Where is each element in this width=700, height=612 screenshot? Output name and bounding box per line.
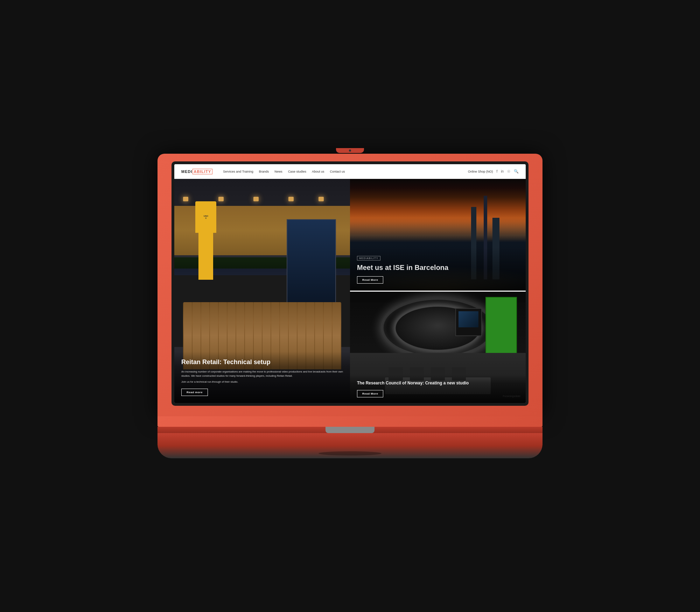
facebook-icon[interactable]: f — [496, 169, 497, 173]
laptop-frame: MEDIABILITY Services and Training Brands… — [158, 154, 542, 458]
gs-pump-head: UNOX — [195, 201, 216, 233]
gs-light-1 — [183, 197, 188, 201]
site-header: MEDIABILITY Services and Training Brands… — [174, 164, 526, 179]
logo[interactable]: MEDIABILITY — [181, 169, 212, 174]
studio-monitor — [455, 308, 482, 336]
nav-about[interactable]: About us — [312, 170, 324, 173]
instagram-icon[interactable]: ☉ — [507, 169, 510, 173]
panel-left-content: Reitan Retail: Technical setup An increa… — [174, 352, 350, 403]
panel-research-council: Forskningsrådet The Research Council of … — [350, 292, 526, 403]
pump-logo: UNOX — [204, 215, 208, 219]
panel-barcelona: MEDIABILITY Meet us at ISE in Barcelona … — [350, 179, 526, 291]
gs-light-5 — [318, 197, 324, 201]
online-shop-link[interactable]: Online Shop (NO) — [468, 170, 493, 173]
brand-label: MEDIABILITY — [357, 256, 380, 260]
nav-brands[interactable]: Brands — [259, 170, 269, 173]
panel-right-col: MEDIABILITY Meet us at ISE in Barcelona … — [350, 179, 526, 403]
panel-barcelona-title: Meet us at ISE in Barcelona — [357, 263, 519, 272]
gs-light-4 — [288, 197, 294, 201]
nav-case-studies[interactable]: Case studies — [288, 170, 306, 173]
hinge-center — [326, 427, 374, 433]
panel-left-cta[interactable]: Read more — [181, 389, 208, 396]
laptop-body: MEDIABILITY Services and Training Brands… — [158, 154, 542, 416]
gs-light-2 — [218, 197, 224, 201]
gs-pump-body — [198, 233, 213, 280]
gs-light-3 — [253, 197, 259, 201]
studio-monitor-screen — [458, 311, 478, 327]
base-bottom — [158, 433, 542, 458]
main-nav: Services and Training Brands News Case s… — [223, 170, 468, 173]
screen: MEDIABILITY Services and Training Brands… — [174, 164, 526, 403]
panel-left-sub: Join us for a technical run-through of t… — [181, 380, 343, 383]
nav-news[interactable]: News — [274, 170, 282, 173]
base-hinge — [158, 427, 542, 433]
panel-top-right-content: MEDIABILITY Meet us at ISE in Barcelona … — [350, 247, 526, 291]
base-top — [158, 416, 542, 427]
hero-grid: UNOX — [174, 179, 526, 403]
logo-bracket: ABILITY — [192, 169, 213, 174]
panel-left-desc: An increasing number of corporate organi… — [181, 370, 343, 378]
panel-barcelona-cta[interactable]: Read More — [357, 276, 383, 284]
gs-window — [287, 219, 336, 309]
camera-notch — [336, 148, 364, 153]
panel-left-title: Reitan Retail: Technical setup — [181, 359, 343, 366]
logo-prefix: MEDI — [181, 169, 192, 174]
camera-dot — [349, 149, 351, 152]
panel-research-cta[interactable]: Read More — [357, 390, 383, 397]
gs-pump: UNOX — [195, 201, 216, 280]
header-right: Online Shop (NO) f in ☉ 🔍 — [468, 169, 519, 174]
search-icon[interactable]: 🔍 — [514, 169, 519, 174]
laptop-base — [158, 416, 542, 458]
panel-reitan: UNOX — [174, 179, 350, 403]
linkedin-icon[interactable]: in — [501, 169, 504, 173]
nav-contact[interactable]: Contact us — [330, 170, 345, 173]
panel-research-title: The Research Council of Norway: Creating… — [357, 381, 519, 386]
panel-bottom-right-content: The Research Council of Norway: Creating… — [350, 375, 526, 403]
nav-services[interactable]: Services and Training — [223, 170, 253, 173]
screen-bezel: MEDIABILITY Services and Training Brands… — [172, 161, 528, 406]
